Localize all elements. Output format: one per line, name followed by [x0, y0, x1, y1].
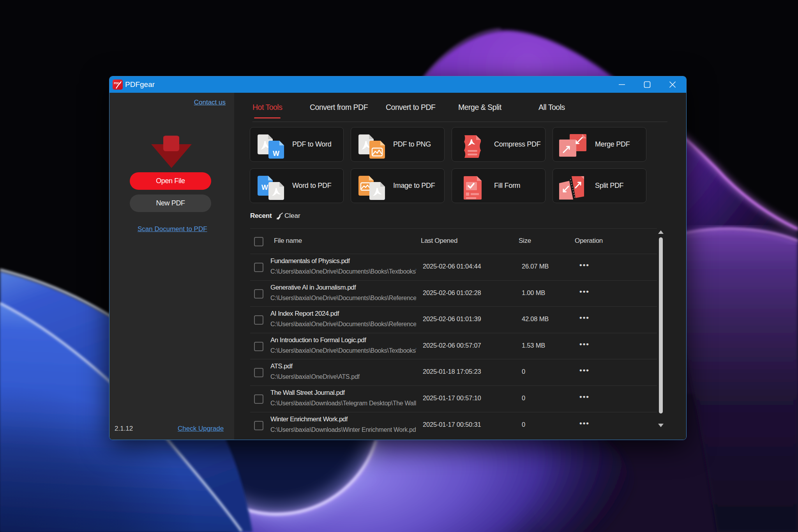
- svg-text:W: W: [273, 150, 279, 157]
- svg-text:PDF: PDF: [114, 82, 119, 85]
- svg-text:W: W: [261, 184, 268, 191]
